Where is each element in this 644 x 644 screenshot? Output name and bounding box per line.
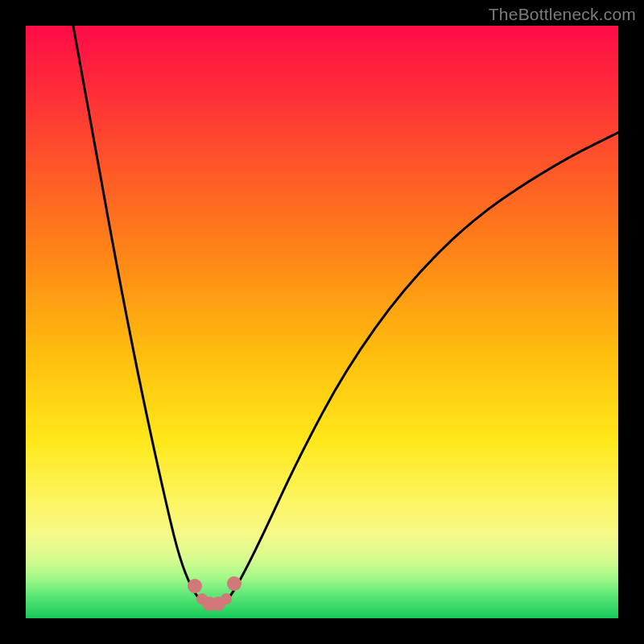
curve-markers (26, 26, 618, 618)
plot-area (26, 26, 618, 618)
watermark-text: TheBottleneck.com (489, 5, 636, 24)
curve-marker (188, 579, 202, 593)
curve-marker (227, 576, 242, 591)
curve-marker (221, 593, 232, 605)
